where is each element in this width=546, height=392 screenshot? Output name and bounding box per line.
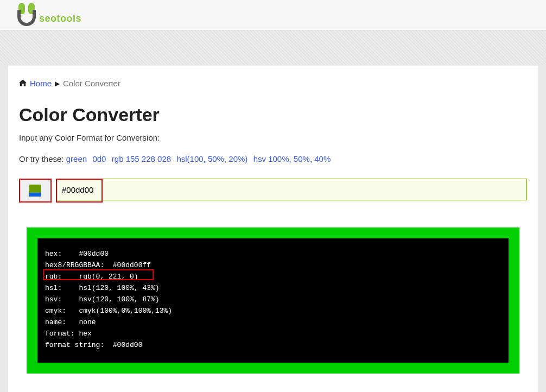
example-link-hsv[interactable]: hsv 100%, 50%, 40% <box>253 154 331 163</box>
terminal-line-hsv: hsv: hsv(120, 100%, 87%) <box>45 295 160 304</box>
result-frame: hex: #00dd00 hex8/RRGGBBAA: #00dd00ff rg… <box>27 227 519 374</box>
terminal-line-format: format: hex <box>45 330 92 338</box>
terminal-line-hsl: hsl: hsl(120, 100%, 43%) <box>45 284 160 292</box>
example-link-0d0[interactable]: 0d0 <box>92 154 106 163</box>
terminal-line-format-string: format string: #00dd00 <box>45 341 142 349</box>
logo-text: seotools <box>39 13 81 24</box>
logo-mark-icon <box>16 3 38 27</box>
terminal-line-hex8: hex8/RRGGBBAA: #00dd00ff <box>45 261 151 269</box>
terminal-line-name: name: none <box>45 318 96 326</box>
page-title: Color Converter <box>19 104 527 125</box>
breadcrumb: Home ▶ Color Converter <box>19 79 527 88</box>
color-input[interactable] <box>56 179 527 200</box>
input-row <box>19 179 527 203</box>
home-icon <box>19 79 27 88</box>
example-row: Or try these: green 0d0 rgb 155 228 028 … <box>19 154 527 163</box>
top-bar: seotools <box>0 0 546 30</box>
site-logo[interactable]: seotools <box>16 3 81 27</box>
breadcrumb-current: Color Converter <box>63 79 120 88</box>
example-link-rgb[interactable]: rgb 155 228 028 <box>112 154 171 163</box>
header-band <box>0 30 546 65</box>
result-terminal: hex: #00dd00 hex8/RRGGBBAA: #00dd00ff rg… <box>37 238 509 363</box>
swatch-icon <box>29 185 41 197</box>
color-swatch-button[interactable] <box>19 179 52 203</box>
breadcrumb-home-link[interactable]: Home <box>30 79 52 88</box>
terminal-line-hex: hex: #00dd00 <box>45 250 109 258</box>
terminal-line-rgb: rgb: rgb(0, 221, 0) <box>45 273 138 281</box>
example-link-hsl[interactable]: hsl(100, 50%, 20%) <box>176 154 247 163</box>
examples-prefix: Or try these: <box>19 154 66 163</box>
terminal-line-cmyk: cmyk: cmyk(100%,0%,100%,13%) <box>45 307 172 315</box>
subtitle: Input any Color Format for Conversion: <box>19 133 527 142</box>
breadcrumb-separator-icon: ▶ <box>55 80 60 87</box>
main-card: Home ▶ Color Converter Color Converter I… <box>8 65 538 392</box>
example-link-green[interactable]: green <box>66 154 87 163</box>
